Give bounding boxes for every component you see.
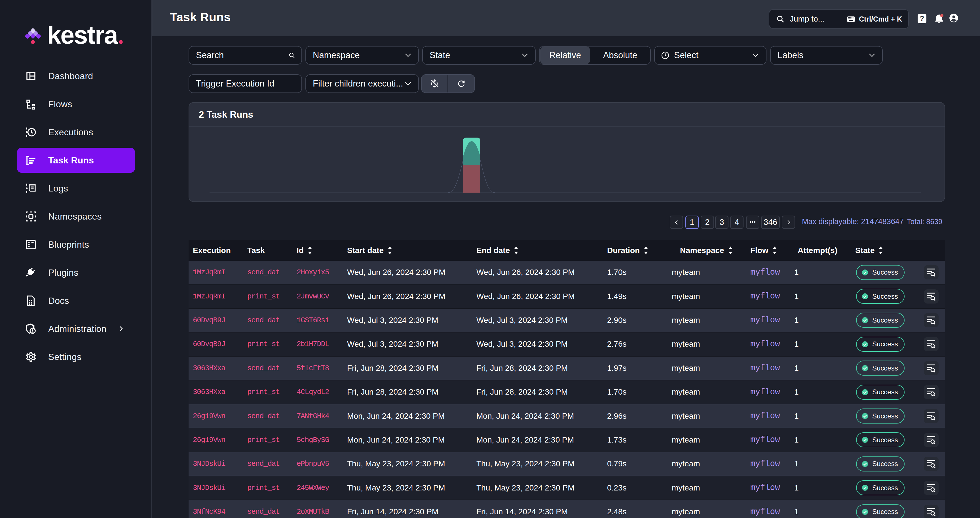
svg-text:kestra: kestra bbox=[47, 26, 119, 46]
